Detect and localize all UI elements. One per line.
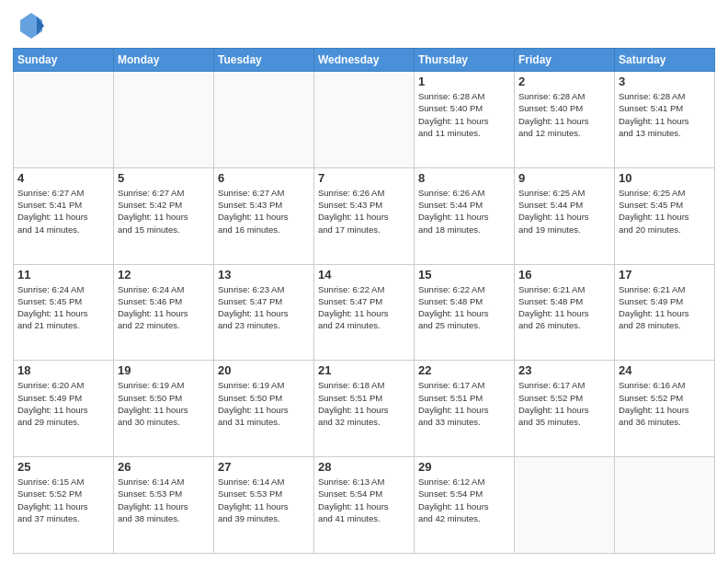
calendar-cell: 1Sunrise: 6:28 AM Sunset: 5:40 PM Daylig… [415,72,515,168]
calendar-cell: 5Sunrise: 6:27 AM Sunset: 5:42 PM Daylig… [114,167,214,264]
day-info: Sunrise: 6:17 AM Sunset: 5:51 PM Dayligh… [418,379,510,428]
calendar-cell: 29Sunrise: 6:12 AM Sunset: 5:54 PM Dayli… [415,457,515,554]
day-number: 14 [318,268,410,282]
day-number: 16 [518,268,610,282]
calendar-cell: 23Sunrise: 6:17 AM Sunset: 5:52 PM Dayli… [515,361,615,457]
calendar-cell: 20Sunrise: 6:19 AM Sunset: 5:50 PM Dayli… [214,361,314,457]
day-info: Sunrise: 6:27 AM Sunset: 5:43 PM Dayligh… [218,187,310,236]
calendar-cell: 25Sunrise: 6:15 AM Sunset: 5:52 PM Dayli… [14,457,114,554]
calendar-cell: 22Sunrise: 6:17 AM Sunset: 5:51 PM Dayli… [415,361,515,457]
day-number: 1 [418,75,510,88]
calendar-week-3: 18Sunrise: 6:20 AM Sunset: 5:49 PM Dayli… [14,361,715,457]
calendar-cell: 26Sunrise: 6:14 AM Sunset: 5:53 PM Dayli… [114,457,214,554]
calendar-cell [314,72,415,168]
calendar-cell [615,457,715,554]
day-info: Sunrise: 6:27 AM Sunset: 5:41 PM Dayligh… [17,187,109,236]
day-number: 21 [318,363,410,377]
day-number: 27 [218,460,310,474]
calendar-cell: 13Sunrise: 6:23 AM Sunset: 5:47 PM Dayli… [214,264,314,361]
day-info: Sunrise: 6:19 AM Sunset: 5:50 PM Dayligh… [118,379,210,428]
day-number: 13 [218,268,310,282]
calendar-cell: 14Sunrise: 6:22 AM Sunset: 5:47 PM Dayli… [314,264,415,361]
day-info: Sunrise: 6:28 AM Sunset: 5:40 PM Dayligh… [418,90,510,139]
day-number: 20 [218,363,310,377]
day-info: Sunrise: 6:20 AM Sunset: 5:49 PM Dayligh… [17,379,109,428]
logo-icon [13,9,46,42]
day-number: 29 [418,460,510,474]
day-info: Sunrise: 6:14 AM Sunset: 5:53 PM Dayligh… [218,476,310,524]
day-info: Sunrise: 6:19 AM Sunset: 5:50 PM Dayligh… [218,379,310,428]
calendar-week-0: 1Sunrise: 6:28 AM Sunset: 5:40 PM Daylig… [14,72,715,168]
calendar-week-2: 11Sunrise: 6:24 AM Sunset: 5:45 PM Dayli… [14,264,715,361]
day-number: 7 [318,171,410,185]
day-number: 28 [318,460,410,474]
day-number: 23 [518,363,610,377]
day-info: Sunrise: 6:27 AM Sunset: 5:42 PM Dayligh… [118,187,210,236]
page: SundayMondayTuesdayWednesdayThursdayFrid… [0,0,728,563]
calendar-header-wednesday: Wednesday [314,49,415,72]
calendar-header-saturday: Saturday [615,49,715,72]
calendar-cell: 21Sunrise: 6:18 AM Sunset: 5:51 PM Dayli… [314,361,415,457]
calendar-table: SundayMondayTuesdayWednesdayThursdayFrid… [13,48,715,554]
day-number: 2 [518,75,610,88]
day-number: 24 [619,363,711,377]
calendar-week-4: 25Sunrise: 6:15 AM Sunset: 5:52 PM Dayli… [14,457,715,554]
calendar-cell: 8Sunrise: 6:26 AM Sunset: 5:44 PM Daylig… [415,167,515,264]
day-number: 11 [17,268,109,282]
calendar-header-friday: Friday [515,49,615,72]
day-info: Sunrise: 6:24 AM Sunset: 5:45 PM Dayligh… [17,283,109,332]
day-info: Sunrise: 6:22 AM Sunset: 5:48 PM Dayligh… [418,283,510,332]
calendar-cell: 16Sunrise: 6:21 AM Sunset: 5:48 PM Dayli… [515,264,615,361]
day-number: 5 [118,171,210,185]
day-info: Sunrise: 6:23 AM Sunset: 5:47 PM Dayligh… [218,283,310,332]
day-info: Sunrise: 6:28 AM Sunset: 5:40 PM Dayligh… [518,90,610,139]
calendar-cell: 6Sunrise: 6:27 AM Sunset: 5:43 PM Daylig… [214,167,314,264]
day-info: Sunrise: 6:26 AM Sunset: 5:44 PM Dayligh… [418,187,510,236]
calendar-cell: 17Sunrise: 6:21 AM Sunset: 5:49 PM Dayli… [615,264,715,361]
calendar-cell: 10Sunrise: 6:25 AM Sunset: 5:45 PM Dayli… [615,167,715,264]
day-info: Sunrise: 6:17 AM Sunset: 5:52 PM Dayligh… [518,379,610,428]
day-number: 9 [518,171,610,185]
day-info: Sunrise: 6:24 AM Sunset: 5:46 PM Dayligh… [118,283,210,332]
day-number: 17 [619,268,711,282]
calendar-cell: 12Sunrise: 6:24 AM Sunset: 5:46 PM Dayli… [114,264,214,361]
day-info: Sunrise: 6:16 AM Sunset: 5:52 PM Dayligh… [619,379,711,428]
day-number: 25 [17,460,109,474]
calendar-header-tuesday: Tuesday [214,49,314,72]
calendar-cell: 3Sunrise: 6:28 AM Sunset: 5:41 PM Daylig… [615,72,715,168]
day-info: Sunrise: 6:15 AM Sunset: 5:52 PM Dayligh… [17,476,109,524]
calendar-header-monday: Monday [114,49,214,72]
day-number: 8 [418,171,510,185]
day-number: 19 [118,363,210,377]
calendar-header-sunday: Sunday [14,49,114,72]
day-info: Sunrise: 6:28 AM Sunset: 5:41 PM Dayligh… [619,90,711,139]
calendar-cell: 19Sunrise: 6:19 AM Sunset: 5:50 PM Dayli… [114,361,214,457]
day-info: Sunrise: 6:12 AM Sunset: 5:54 PM Dayligh… [418,476,510,524]
day-info: Sunrise: 6:13 AM Sunset: 5:54 PM Dayligh… [318,476,410,524]
day-number: 18 [17,363,109,377]
calendar-cell: 9Sunrise: 6:25 AM Sunset: 5:44 PM Daylig… [515,167,615,264]
day-number: 3 [619,75,711,88]
day-info: Sunrise: 6:18 AM Sunset: 5:51 PM Dayligh… [318,379,410,428]
calendar-cell: 7Sunrise: 6:26 AM Sunset: 5:43 PM Daylig… [314,167,415,264]
calendar-week-1: 4Sunrise: 6:27 AM Sunset: 5:41 PM Daylig… [14,167,715,264]
day-number: 10 [619,171,711,185]
day-info: Sunrise: 6:21 AM Sunset: 5:49 PM Dayligh… [619,283,711,332]
day-info: Sunrise: 6:25 AM Sunset: 5:45 PM Dayligh… [619,187,711,236]
calendar-cell [14,72,114,168]
day-info: Sunrise: 6:26 AM Sunset: 5:43 PM Dayligh… [318,187,410,236]
day-number: 22 [418,363,510,377]
day-number: 26 [118,460,210,474]
calendar-cell: 4Sunrise: 6:27 AM Sunset: 5:41 PM Daylig… [14,167,114,264]
day-info: Sunrise: 6:14 AM Sunset: 5:53 PM Dayligh… [118,476,210,524]
day-number: 4 [17,171,109,185]
calendar-cell: 2Sunrise: 6:28 AM Sunset: 5:40 PM Daylig… [515,72,615,168]
calendar-header-row: SundayMondayTuesdayWednesdayThursdayFrid… [14,49,715,72]
calendar-cell: 11Sunrise: 6:24 AM Sunset: 5:45 PM Dayli… [14,264,114,361]
logo [13,9,50,42]
calendar-cell [515,457,615,554]
day-number: 6 [218,171,310,185]
calendar-cell [114,72,214,168]
header [13,9,715,42]
day-info: Sunrise: 6:21 AM Sunset: 5:48 PM Dayligh… [518,283,610,332]
